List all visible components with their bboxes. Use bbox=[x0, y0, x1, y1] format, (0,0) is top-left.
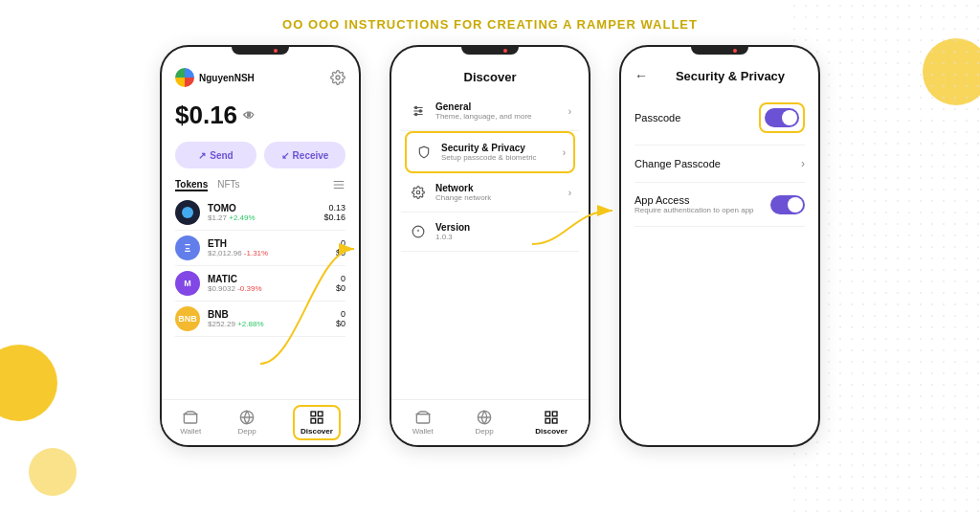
eye-icon[interactable]: 👁 bbox=[243, 109, 255, 123]
bnb-value: 0$0 bbox=[336, 309, 345, 328]
nav-wallet-label-2: Wallet bbox=[412, 427, 434, 436]
network-text: Network Change network bbox=[435, 183, 561, 202]
list-item[interactable]: Ξ ETH $2,012.96 -1.31% 0$0 bbox=[175, 231, 345, 266]
filter-icon[interactable] bbox=[332, 178, 345, 191]
phone2-bottom-nav: Wallet Depp Discover bbox=[391, 399, 589, 445]
phone-3-content: ← Security & Privacy Passcode bbox=[621, 58, 818, 445]
svg-rect-27 bbox=[546, 418, 550, 423]
wallet-actions: ↗ Send ↙ Receive bbox=[162, 136, 359, 174]
nav-depp-label-2: Depp bbox=[475, 427, 493, 436]
settings-icon[interactable] bbox=[330, 70, 345, 85]
wallet-logo: NguyenNSH bbox=[175, 68, 255, 87]
list-item[interactable]: BNB BNB $252.29 +2.88% 0$0 bbox=[175, 302, 345, 337]
wallet-username: NguyenNSH bbox=[199, 73, 255, 83]
toggle-knob-passcode bbox=[782, 110, 797, 125]
eth-info: ETH $2,012.96 -1.31% bbox=[208, 238, 328, 258]
tomo-price: $1.27 +2.49% bbox=[208, 213, 316, 222]
receive-icon: ↙ bbox=[281, 150, 289, 161]
menu-item-network[interactable]: Network Change network › bbox=[401, 173, 579, 213]
svg-rect-26 bbox=[553, 412, 558, 416]
change-passcode-chevron: › bbox=[801, 157, 805, 170]
balance-amount: $0.16 👁 bbox=[175, 101, 345, 130]
send-button[interactable]: ↗ Send bbox=[175, 142, 256, 168]
passcode-toggle[interactable] bbox=[765, 108, 799, 127]
network-chevron: › bbox=[568, 188, 571, 198]
svg-rect-28 bbox=[553, 418, 558, 423]
back-button[interactable]: ← bbox=[635, 68, 648, 83]
svg-rect-8 bbox=[311, 412, 316, 416]
list-item[interactable]: TOMO $1.27 +2.49% 0.13$0.16 bbox=[175, 195, 345, 231]
tomo-value: 0.13$0.16 bbox=[323, 203, 345, 222]
receive-button[interactable]: ↙ Receive bbox=[264, 142, 345, 168]
svg-point-0 bbox=[336, 76, 340, 79]
wallet-icon bbox=[183, 410, 198, 425]
bnb-price: $252.29 +2.88% bbox=[208, 320, 328, 328]
general-chevron: › bbox=[568, 106, 571, 117]
discover-title: Discover bbox=[391, 58, 589, 92]
decorative-circle-bl bbox=[29, 448, 77, 496]
security-text: Security & Privacy Setup passcode & biom… bbox=[441, 143, 555, 162]
tab-tokens[interactable]: Tokens bbox=[175, 179, 208, 191]
nav-wallet-2[interactable]: Wallet bbox=[412, 410, 434, 436]
svg-point-4 bbox=[182, 207, 193, 218]
svg-rect-9 bbox=[318, 412, 323, 416]
phone-notch-3 bbox=[691, 47, 748, 55]
change-passcode-label: Change Passcode bbox=[635, 158, 721, 169]
wallet-balance-section: $0.16 👁 bbox=[162, 93, 359, 136]
bnb-info: BNB $252.29 +2.88% bbox=[208, 309, 328, 328]
nav-wallet-1[interactable]: Wallet bbox=[180, 410, 201, 436]
nav-discover-label: Discover bbox=[301, 427, 333, 436]
token-tabs: Tokens NFTs bbox=[162, 174, 359, 195]
matic-icon: M bbox=[175, 271, 200, 296]
security-header: ← Security & Privacy bbox=[621, 58, 818, 91]
menu-item-general[interactable]: General Theme, language, and more › bbox=[401, 92, 579, 131]
passcode-label-block: Passcode bbox=[635, 112, 680, 123]
phone-2-content: Discover General Theme, language, and mo… bbox=[391, 58, 589, 445]
nav-discover-2[interactable]: Discover bbox=[535, 410, 568, 436]
general-title: General bbox=[435, 101, 561, 112]
app-access-label: App Access bbox=[635, 194, 754, 206]
nav-depp-label: Depp bbox=[238, 427, 256, 436]
nav-discover-label-2: Discover bbox=[535, 427, 568, 436]
matic-price: $0.9032 -0.39% bbox=[208, 284, 328, 293]
security-sub: Setup passcode & biometric bbox=[441, 153, 555, 162]
shield-icon bbox=[414, 143, 434, 162]
version-text: Version 1.0.3 bbox=[435, 222, 571, 241]
list-item[interactable]: M MATIC $0.9032 -0.39% 0$0 bbox=[175, 266, 345, 302]
nav-depp-1[interactable]: Depp bbox=[238, 410, 256, 436]
notch-dot-1 bbox=[274, 49, 278, 53]
send-icon: ↗ bbox=[198, 150, 206, 161]
general-sub: Theme, language, and more bbox=[435, 112, 561, 121]
discover-menu: General Theme, language, and more › Secu… bbox=[391, 92, 589, 252]
matic-info: MATIC $0.9032 -0.39% bbox=[208, 274, 328, 293]
app-access-toggle[interactable] bbox=[770, 195, 805, 214]
nav-depp-2[interactable]: Depp bbox=[475, 410, 493, 436]
sliders-icon bbox=[409, 101, 428, 121]
change-passcode-row[interactable]: Change Passcode › bbox=[635, 146, 805, 183]
phone-wallet: NguyenNSH $0.16 👁 ↗ Send bbox=[160, 45, 361, 447]
passcode-toggle-highlight bbox=[759, 102, 805, 133]
wallet-icon-2 bbox=[415, 410, 431, 425]
menu-item-security[interactable]: Security & Privacy Setup passcode & biom… bbox=[405, 131, 575, 173]
version-sub: 1.0.3 bbox=[435, 233, 571, 241]
menu-item-version[interactable]: Version 1.0.3 bbox=[401, 213, 579, 252]
version-icon bbox=[409, 222, 428, 241]
phone-notch-1 bbox=[232, 47, 289, 55]
phone-1-content: NguyenNSH $0.16 👁 ↗ Send bbox=[162, 58, 359, 445]
svg-point-16 bbox=[419, 110, 421, 112]
passcode-row: Passcode bbox=[635, 91, 805, 146]
tab-nfts[interactable]: NFTs bbox=[217, 179, 239, 191]
tomo-icon bbox=[175, 200, 200, 225]
token-list: TOMO $1.27 +2.49% 0.13$0.16 Ξ ETH $2,012… bbox=[162, 195, 359, 337]
app-access-row: App Access Require authentication to ope… bbox=[635, 183, 805, 227]
tomo-info: TOMO $1.27 +2.49% bbox=[208, 203, 316, 222]
security-chevron: › bbox=[563, 147, 566, 158]
phone-security: ← Security & Privacy Passcode bbox=[619, 45, 820, 447]
app-access-label-block: App Access Require authentication to ope… bbox=[635, 194, 754, 214]
nav-discover-1[interactable]: Discover bbox=[293, 405, 341, 440]
svg-rect-25 bbox=[546, 412, 550, 416]
phone-discover: Discover General Theme, language, and mo… bbox=[390, 45, 590, 447]
eth-name: ETH bbox=[208, 238, 328, 249]
bnb-name: BNB bbox=[208, 309, 328, 320]
security-settings: Passcode Change Passcode › bbox=[621, 91, 818, 227]
